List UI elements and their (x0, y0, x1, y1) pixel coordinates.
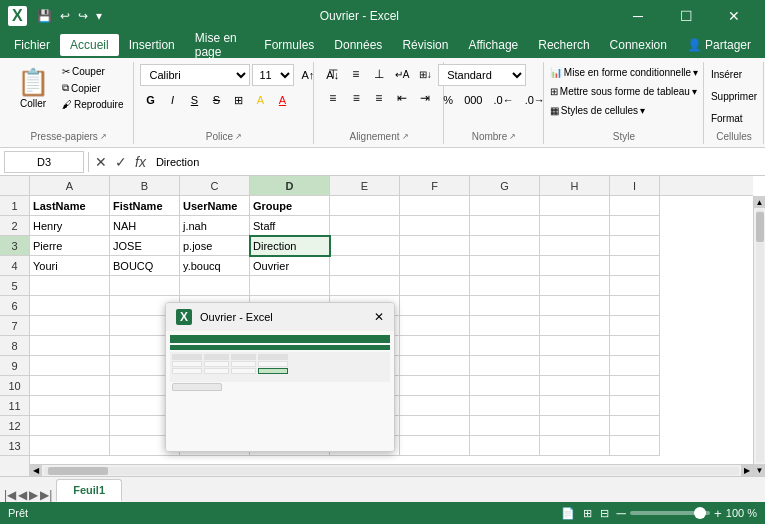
cell-r4c1[interactable]: Youri (30, 256, 110, 276)
cell-r3c6[interactable] (400, 236, 470, 256)
cell-r1c8[interactable] (540, 196, 610, 216)
cell-r2c5[interactable] (330, 216, 400, 236)
cell-r1c5[interactable] (330, 196, 400, 216)
cell-r4c3[interactable]: y.boucq (180, 256, 250, 276)
underline-button[interactable]: S (184, 90, 204, 110)
police-arrow[interactable]: ↗ (235, 132, 242, 141)
maximize-button[interactable]: ☐ (663, 0, 709, 32)
cell-r5c5[interactable] (330, 276, 400, 296)
scroll-down-button[interactable]: ▼ (754, 464, 766, 476)
sheet-tab-feuil1[interactable]: Feuil1 (56, 479, 122, 502)
cell-r4c4[interactable]: Ouvrier (250, 256, 330, 276)
menu-donnees[interactable]: Données (324, 34, 392, 56)
conditional-format-button[interactable]: 📊 Mise en forme conditionnelle▾ (545, 64, 703, 81)
cell-r3c7[interactable] (470, 236, 540, 256)
cell-reference-input[interactable] (4, 151, 84, 173)
cell-r2c3[interactable]: j.nah (180, 216, 250, 236)
cell-r8c1[interactable] (30, 336, 110, 356)
cell-r8c7[interactable] (470, 336, 540, 356)
cell-r13c9[interactable] (610, 436, 660, 456)
row-header-3[interactable]: 3 (0, 236, 29, 256)
zoom-in-button[interactable]: + (714, 506, 722, 521)
col-header-g[interactable]: G (470, 176, 540, 195)
format-painter-button[interactable]: 🖌 Reproduire (58, 97, 127, 112)
menu-connexion[interactable]: Connexion (600, 34, 677, 56)
cell-r5c4[interactable] (250, 276, 330, 296)
confirm-formula-button[interactable]: ✓ (113, 154, 129, 170)
percent-button[interactable]: % (438, 90, 458, 110)
align-right-button[interactable]: ≡ (368, 88, 390, 108)
cell-r4c7[interactable] (470, 256, 540, 276)
nombre-arrow[interactable]: ↗ (509, 132, 516, 141)
view-normal-icon[interactable]: 📄 (561, 507, 575, 520)
col-header-h[interactable]: H (540, 176, 610, 195)
merge-button[interactable]: ⊞↓ (414, 64, 436, 84)
align-bottom-button[interactable]: ⊥ (368, 64, 390, 84)
cell-r4c6[interactable] (400, 256, 470, 276)
cell-r2c9[interactable] (610, 216, 660, 236)
presse-papiers-arrow[interactable]: ↗ (100, 132, 107, 141)
cell-r3c3[interactable]: p.jose (180, 236, 250, 256)
cell-r6c8[interactable] (540, 296, 610, 316)
cell-r6c1[interactable] (30, 296, 110, 316)
zoom-thumb[interactable] (694, 507, 706, 519)
cell-r8c9[interactable] (610, 336, 660, 356)
cell-r2c1[interactable]: Henry (30, 216, 110, 236)
cell-r7c9[interactable] (610, 316, 660, 336)
comma-button[interactable]: 000 (459, 90, 487, 110)
col-header-d[interactable]: D (250, 176, 330, 195)
delete-cell-button[interactable]: Supprimer (704, 86, 764, 106)
tab-nav-next[interactable]: ▶ (29, 488, 38, 502)
row-header-9[interactable]: 9 (0, 356, 29, 376)
cell-r1c4[interactable]: Groupe (250, 196, 330, 216)
view-break-icon[interactable]: ⊟ (600, 507, 609, 520)
tab-nav-prev[interactable]: ◀ (18, 488, 27, 502)
row-header-4[interactable]: 4 (0, 256, 29, 276)
cell-styles-button[interactable]: ▦ Styles de cellules▾ (545, 102, 650, 119)
cell-r13c7[interactable] (470, 436, 540, 456)
row-header-5[interactable]: 5 (0, 276, 29, 296)
cell-r9c6[interactable] (400, 356, 470, 376)
row-header-6[interactable]: 6 (0, 296, 29, 316)
cell-r11c9[interactable] (610, 396, 660, 416)
format-cell-button[interactable]: Format (704, 108, 764, 128)
vertical-scrollbar[interactable]: ▲ ▼ (753, 196, 765, 476)
wrap-text-button[interactable]: ↵A (391, 64, 414, 84)
cell-r10c7[interactable] (470, 376, 540, 396)
cell-r5c6[interactable] (400, 276, 470, 296)
cell-r8c6[interactable] (400, 336, 470, 356)
cell-r2c4[interactable]: Staff (250, 216, 330, 236)
cell-r4c8[interactable] (540, 256, 610, 276)
cell-r11c7[interactable] (470, 396, 540, 416)
cell-r2c2[interactable]: NAH (110, 216, 180, 236)
cell-r5c3[interactable] (180, 276, 250, 296)
decrease-indent-button[interactable]: ⇤ (391, 88, 413, 108)
cell-r6c6[interactable] (400, 296, 470, 316)
paste-button[interactable]: 📋 Coller (10, 64, 56, 112)
insert-function-button[interactable]: fx (133, 154, 148, 170)
menu-formules[interactable]: Formules (254, 34, 324, 56)
align-left-button[interactable]: ≡ (322, 88, 344, 108)
cell-r2c6[interactable] (400, 216, 470, 236)
col-header-f[interactable]: F (400, 176, 470, 195)
col-header-b[interactable]: B (110, 176, 180, 195)
cell-r9c1[interactable] (30, 356, 110, 376)
border-button[interactable]: ⊞ (228, 90, 248, 110)
tab-nav-first[interactable]: |◀ (4, 488, 16, 502)
font-size-select[interactable]: 11 (252, 64, 294, 86)
cell-r2c8[interactable] (540, 216, 610, 236)
menu-insertion[interactable]: Insertion (119, 34, 185, 56)
insert-cell-button[interactable]: Insérer (704, 64, 764, 84)
minimize-button[interactable]: ─ (615, 0, 661, 32)
cell-r3c1[interactable]: Pierre (30, 236, 110, 256)
cell-r4c9[interactable] (610, 256, 660, 276)
zoom-out-button[interactable]: ─ (617, 506, 626, 521)
formula-input[interactable] (152, 156, 761, 168)
cell-r3c4[interactable]: Direction (250, 236, 330, 256)
cell-r5c8[interactable] (540, 276, 610, 296)
row-header-12[interactable]: 12 (0, 416, 29, 436)
cell-r3c5[interactable] (330, 236, 400, 256)
quick-access-dropdown[interactable]: ▾ (94, 7, 104, 25)
cell-r1c6[interactable] (400, 196, 470, 216)
menu-affichage[interactable]: Affichage (458, 34, 528, 56)
